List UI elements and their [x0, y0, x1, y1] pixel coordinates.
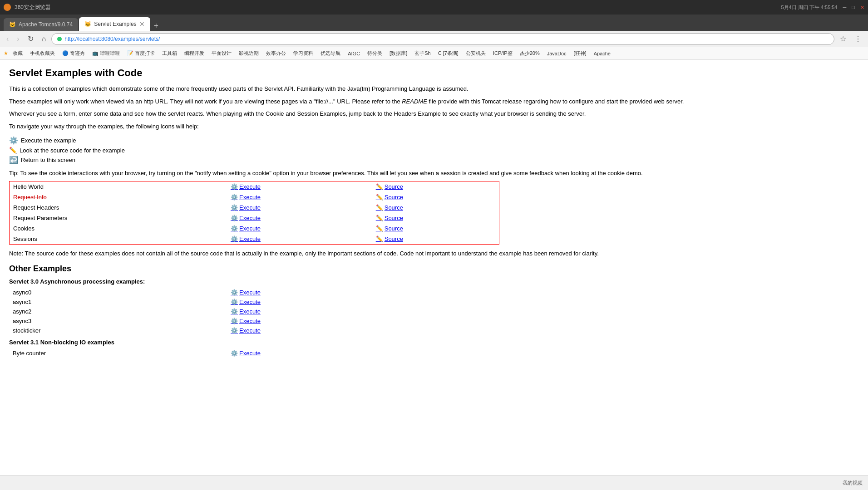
- bookmark-icp[interactable]: ICP/IP鉴: [490, 49, 515, 58]
- example-name-1: Request Info: [10, 192, 227, 202]
- readme-link[interactable]: README: [402, 98, 427, 105]
- bookmark-police[interactable]: 公安机关: [463, 49, 488, 58]
- async-exec-icon-4: ⚙️: [231, 327, 238, 334]
- title-bar-left: 360安全浏览器: [4, 4, 51, 11]
- bookmark-phone[interactable]: 手机收藏夹: [27, 49, 58, 58]
- nonblocking-examples-table: Byte counter⚙️ Execute: [9, 348, 372, 358]
- desc3: Wherever you see a form, enter some data…: [9, 109, 853, 118]
- bookmark-baidu[interactable]: 📝 百度打卡: [124, 49, 158, 58]
- bookmark-db[interactable]: [数据库]: [387, 49, 410, 58]
- window-maximize-button[interactable]: □: [852, 5, 855, 10]
- execute-link-5[interactable]: ⚙️Execute: [231, 235, 261, 242]
- bookmark-design[interactable]: 平面设计: [209, 49, 234, 58]
- bookmark-less20[interactable]: 杰少20%: [517, 49, 542, 58]
- source-icon-2: ✏️: [376, 204, 383, 211]
- execute-link-3[interactable]: ⚙️Execute: [231, 215, 261, 221]
- address-bar[interactable]: http://localhost:8080/examples/servlets/: [51, 33, 834, 45]
- bookmark-classify[interactable]: 待分类: [365, 49, 385, 58]
- bookmark-xuanzi[interactable]: 玄子Sh: [412, 49, 433, 58]
- return-legend-icon: ↩️: [9, 156, 18, 164]
- async-execute-link-3[interactable]: ⚙️ Execute: [231, 318, 261, 324]
- desc1: This is a collection of examples which d…: [9, 84, 853, 93]
- legend-execute: ⚙️ Execute the example: [9, 136, 853, 145]
- execute-text-4: Execute: [239, 225, 261, 232]
- bookmark-c7[interactable]: C [7条满]: [435, 49, 461, 58]
- menu-button[interactable]: ⋮: [852, 33, 864, 45]
- async-execute-cell-1: ⚙️ Execute: [227, 297, 372, 307]
- secure-icon: [57, 37, 62, 41]
- tab-tomcat[interactable]: 🐱 Apache Tomcat/9.0.74: [4, 18, 78, 31]
- refresh-button[interactable]: ↻: [25, 33, 36, 45]
- source-text-0: Source: [385, 183, 403, 190]
- tab-close-button[interactable]: ✕: [139, 20, 145, 28]
- bookmark-movies[interactable]: 影视近期: [236, 49, 261, 58]
- source-link-2[interactable]: ✏️Source: [376, 204, 403, 211]
- async-row-1: async1⚙️ Execute: [9, 297, 372, 307]
- execute-icon-0: ⚙️: [231, 183, 238, 190]
- execute-legend-icon: ⚙️: [9, 136, 18, 145]
- source-text-2: Source: [385, 204, 403, 211]
- bookmark-office[interactable]: 效率办公: [263, 49, 289, 58]
- source-cell-3: ✏️Source: [372, 213, 499, 223]
- bookmark-shoucang[interactable]: 收藏: [10, 49, 25, 58]
- async-execute-cell-4: ⚙️ Execute: [227, 326, 372, 335]
- source-icon-5: ✏️: [376, 235, 383, 242]
- async-execute-link-2[interactable]: ⚙️ Execute: [231, 308, 261, 315]
- source-link-1[interactable]: ✏️Source: [376, 194, 403, 201]
- execute-link-0[interactable]: ⚙️Execute: [231, 183, 261, 190]
- execute-cell-3: ⚙️Execute: [227, 213, 372, 223]
- execute-icon-5: ⚙️: [231, 235, 238, 242]
- execute-text-1: Execute: [239, 194, 261, 201]
- tab-servlet-examples[interactable]: 🐱 Servlet Examples ✕: [79, 17, 150, 31]
- source-legend-icon: ✏️: [9, 147, 17, 154]
- source-text-4: Source: [385, 225, 403, 232]
- async-examples-table: async0⚙️ Executeasync1⚙️ Executeasync2⚙️…: [9, 288, 372, 335]
- async-name-2: async2: [9, 307, 227, 316]
- back-button[interactable]: ‹: [4, 33, 11, 45]
- source-link-5[interactable]: ✏️Source: [376, 235, 403, 242]
- page-title: Servlet Examples with Code: [9, 67, 853, 79]
- page-content: Servlet Examples with Code This is a col…: [0, 60, 863, 475]
- browser-title: 360安全浏览器: [15, 4, 51, 11]
- async-execute-link-1[interactable]: ⚙️ Execute: [231, 299, 261, 305]
- example-row-4: Cookies⚙️Execute✏️Source: [10, 223, 499, 234]
- execute-link-1[interactable]: ⚙️Execute: [231, 194, 261, 201]
- extensions-button[interactable]: ☆: [837, 33, 849, 45]
- nonblocking-execute-link-0[interactable]: ⚙️ Execute: [231, 350, 261, 357]
- execute-link-2[interactable]: ⚙️Execute: [231, 204, 261, 211]
- title-bar: 360安全浏览器 5月4日 周四 下午 4:55:54 ─ □ ✕: [0, 0, 868, 15]
- window-minimize-button[interactable]: ─: [843, 5, 847, 10]
- note-text: Note: The source code for these examples…: [9, 250, 853, 257]
- execute-text-3: Execute: [239, 215, 261, 221]
- execute-text-5: Execute: [239, 235, 261, 242]
- source-icon-1: ✏️: [376, 194, 383, 201]
- async-execute-link-4[interactable]: ⚙️ Execute: [231, 327, 261, 334]
- bookmark-apache[interactable]: Apache: [591, 50, 613, 57]
- execute-cell-0: ⚙️Execute: [227, 181, 372, 192]
- bookmark-bilibili[interactable]: 📺 哔哩哔哩: [89, 49, 123, 58]
- bookmark-tools[interactable]: 工具箱: [159, 49, 180, 58]
- forward-button[interactable]: ›: [14, 33, 22, 45]
- source-link-4[interactable]: ✏️Source: [376, 225, 403, 232]
- async-exec-icon-3: ⚙️: [231, 318, 238, 324]
- bookmark-javadoc[interactable]: JavaDoc: [544, 50, 569, 57]
- nonblocking-row-0: Byte counter⚙️ Execute: [9, 348, 372, 358]
- source-link-3[interactable]: ✏️Source: [376, 215, 403, 221]
- example-row-0: Hello World⚙️Execute✏️Source: [10, 181, 499, 192]
- bookmark-dev[interactable]: 编程开发: [182, 49, 207, 58]
- bookmark-qiji[interactable]: 🔵 奇迹秀: [59, 49, 88, 58]
- tab-tomcat-icon: 🐱: [9, 21, 16, 28]
- execute-link-4[interactable]: ⚙️Execute: [231, 225, 261, 232]
- bookmark-study[interactable]: 学习资料: [291, 49, 316, 58]
- source-icon-4: ✏️: [376, 225, 383, 232]
- home-button[interactable]: ⌂: [39, 33, 49, 45]
- bookmark-aigc[interactable]: AIGC: [345, 50, 363, 57]
- source-link-0[interactable]: ✏️Source: [376, 183, 403, 190]
- bookmark-crazy[interactable]: [狂神]: [571, 49, 589, 58]
- window-close-button[interactable]: ✕: [860, 5, 864, 10]
- source-text-5: Source: [385, 235, 403, 242]
- async-execute-link-0[interactable]: ⚙️ Execute: [231, 289, 261, 296]
- new-tab-button[interactable]: +: [154, 21, 159, 31]
- bookmark-nav[interactable]: 优选导航: [318, 49, 343, 58]
- return-legend-text: Return to this screen: [21, 157, 75, 163]
